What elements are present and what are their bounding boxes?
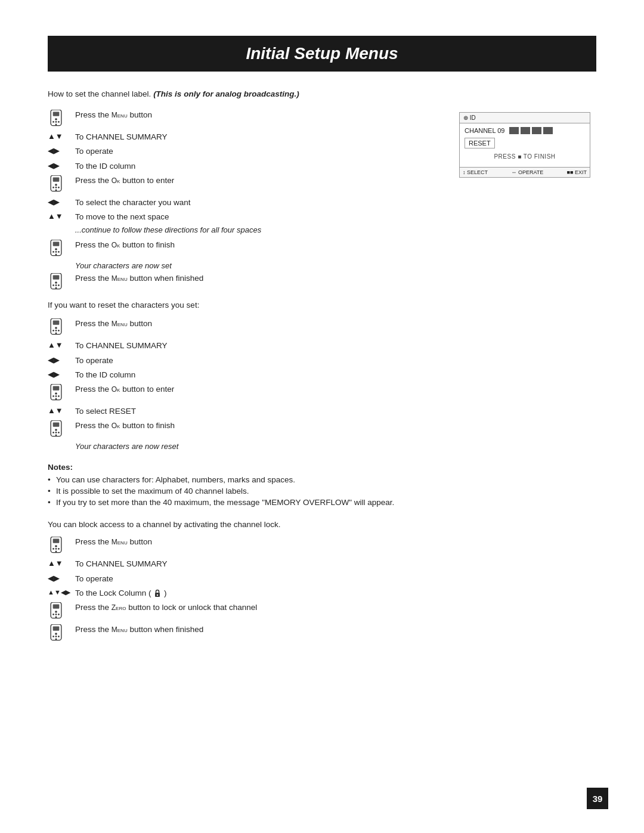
lock-block: Press the Menu button ▲▼ To CHANNEL SUMM… — [48, 536, 441, 643]
svg-point-47 — [58, 432, 60, 433]
intro-text: How to set the channel label. (This is o… — [48, 89, 596, 98]
svg-point-19 — [58, 251, 60, 253]
svg-point-48 — [55, 435, 57, 436]
remote-icon7 — [48, 420, 64, 439]
reset-row5-text: Press the Ok button to enter — [75, 383, 441, 395]
arrow-lr-cell4: ◀▶ — [48, 355, 75, 364]
lock-row4-text: To the Lock Column ( ) — [75, 587, 441, 599]
svg-point-37 — [55, 392, 57, 395]
left-column: Press the Menu button ▲▼ To CHANNEL SUMM… — [48, 109, 441, 649]
page-title: Initial Setup Menus — [48, 36, 596, 72]
svg-point-33 — [58, 330, 60, 332]
svg-point-60 — [55, 611, 57, 613]
lock-intro-text: You can block access to a channel by act… — [48, 520, 441, 529]
svg-point-20 — [55, 254, 57, 256]
svg-point-54 — [58, 548, 60, 550]
note-item: You can use characters for: Alphabet, nu… — [48, 475, 441, 484]
svg-rect-22 — [53, 275, 60, 280]
arrow-ud-cell4: ▲▼ — [48, 405, 75, 414]
instruction-row: Press the Ok button to finish — [48, 239, 441, 259]
svg-point-24 — [52, 284, 54, 286]
instruction-row: Press the Ok button to finish — [48, 420, 441, 439]
svg-point-12 — [58, 187, 60, 188]
arrow-ud-cell: ▲▼ — [48, 131, 75, 140]
svg-point-9 — [55, 184, 57, 186]
svg-point-2 — [55, 118, 57, 120]
instruction-row: ◀▶ To operate — [48, 573, 441, 585]
svg-point-61 — [52, 614, 54, 615]
svg-rect-1 — [53, 112, 60, 116]
svg-point-4 — [55, 121, 57, 123]
svg-point-11 — [55, 187, 57, 188]
arrow-lr-lock: ◀▶ — [48, 573, 75, 582]
channel-label: CHANNEL 09 — [465, 127, 504, 134]
svg-rect-15 — [53, 242, 60, 246]
remote-icon10 — [48, 624, 64, 643]
left-right-arrow-icon2: ◀▶ — [48, 162, 60, 169]
screen-header: ⊕ ID — [460, 113, 590, 123]
svg-point-68 — [52, 636, 54, 637]
instruction-row: ▲▼ To CHANNEL SUMMARY — [48, 131, 441, 143]
arrow-both-lock: ▲▼◀▶ — [48, 587, 75, 596]
instruction-row: ▲▼ To CHANNEL SUMMARY — [48, 340, 441, 352]
screen-press-finish: PRESS ■ TO FINISH — [465, 153, 585, 160]
notes-section: Notes: You can use characters for: Alpha… — [48, 463, 441, 507]
row7-text: To move to the next space — [75, 211, 441, 223]
reset-menu-icon-cell — [48, 318, 75, 337]
svg-point-34 — [55, 333, 57, 335]
screen-diagram: ⊕ ID CHANNEL 09 RESET PRESS ■ TO FINISH — [459, 112, 590, 178]
left-right-arrow-icon5: ◀▶ — [48, 370, 60, 378]
svg-point-25 — [55, 284, 57, 286]
page-number: 39 — [587, 788, 608, 809]
lock-row2-text: To CHANNEL SUMMARY — [75, 558, 441, 570]
instruction-row: ◀▶ To operate — [48, 355, 441, 367]
svg-point-69 — [55, 636, 57, 637]
svg-rect-59 — [53, 605, 60, 609]
page-container: Initial Setup Menus How to set the chann… — [0, 0, 644, 833]
svg-point-16 — [55, 248, 57, 250]
lock-menu-finish-icon-cell — [48, 624, 75, 643]
svg-point-23 — [55, 281, 57, 284]
svg-point-71 — [55, 639, 57, 640]
left-right-arrow-icon4: ◀▶ — [48, 356, 60, 364]
svg-point-6 — [55, 124, 57, 126]
svg-point-51 — [55, 545, 57, 547]
arrow-lr-cell5: ◀▶ — [48, 369, 75, 378]
zero-icon-cell — [48, 602, 75, 621]
svg-point-17 — [52, 251, 54, 253]
svg-point-27 — [55, 287, 57, 289]
svg-rect-36 — [53, 386, 60, 391]
instruction-row: ◀▶ To operate — [48, 145, 441, 157]
reset-row3-text: To operate — [75, 355, 441, 367]
svg-rect-66 — [53, 627, 60, 631]
svg-point-39 — [55, 395, 57, 397]
svg-point-30 — [55, 327, 57, 329]
remote-icon9 — [48, 602, 64, 621]
up-down-arrow-icon4: ▲▼ — [48, 407, 63, 414]
chars-reset-note: Your characters are now reset — [75, 442, 441, 451]
svg-point-62 — [55, 614, 57, 615]
svg-point-57 — [157, 594, 158, 596]
svg-point-44 — [55, 429, 57, 431]
reset-row4-text: To the ID column — [75, 369, 441, 381]
svg-point-31 — [52, 330, 54, 332]
svg-point-10 — [52, 187, 54, 188]
remote-icon5 — [48, 318, 64, 337]
screen-id-label: ⊕ ID — [463, 114, 476, 121]
instruction-row: Press the Zero button to lock or unlock … — [48, 602, 441, 621]
reset-ok2-icon-cell — [48, 420, 75, 439]
ok-icon-cell — [48, 175, 75, 194]
svg-point-67 — [55, 633, 57, 635]
lock-row5-text: Press the Zero button to lock or unlock … — [75, 602, 441, 614]
svg-rect-8 — [53, 177, 60, 181]
left-right-arrow-icon: ◀▶ — [48, 147, 60, 154]
arrow-ud-lock: ▲▼ — [48, 558, 75, 567]
up-down-left-right-arrow-icon: ▲▼◀▶ — [48, 589, 70, 596]
row9-text: Press the Menu button when finished — [75, 272, 441, 284]
instruction-row: ▲▼ To select RESET — [48, 405, 441, 417]
instruction-row: Press the Menu button — [48, 109, 441, 129]
right-column: ⊕ ID CHANNEL 09 RESET PRESS ■ TO FINISH — [459, 109, 596, 649]
instruction-row: Press the Ok button to enter — [48, 175, 441, 194]
svg-point-38 — [52, 395, 54, 397]
svg-point-46 — [55, 432, 57, 433]
